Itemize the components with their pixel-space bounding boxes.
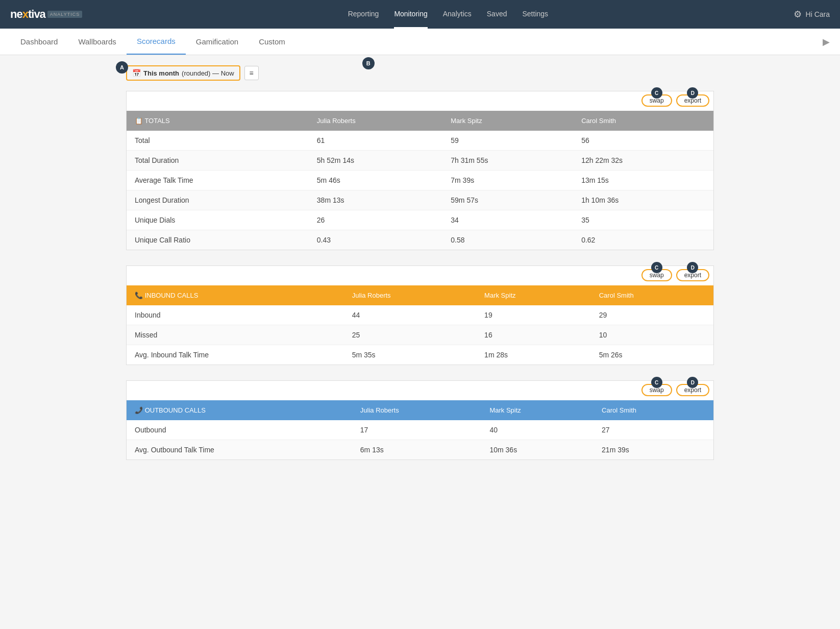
outbound-table: 📞 OUTBOUND CALLS Julia Roberts Mark Spit…	[127, 400, 713, 459]
metric-label: Inbound	[127, 305, 344, 325]
mark-value: 59	[442, 131, 573, 151]
annotation-c-inbound: C	[651, 262, 662, 273]
totals-label-col: 📋 TOTALS	[127, 111, 309, 131]
carol-value: 5m 26s	[591, 345, 713, 365]
totals-title: TOTALS	[144, 117, 169, 125]
outbound-actions: C swap D export	[127, 381, 713, 398]
nav-monitoring[interactable]: Monitoring	[394, 1, 427, 29]
annotation-a: A	[116, 61, 128, 74]
outbound-body: Outbound 17 40 27 Avg. Outbound Talk Tim…	[127, 420, 713, 459]
inbound-table: 📞 INBOUND CALLS Julia Roberts Mark Spitz…	[127, 285, 713, 365]
carol-value: 13m 15s	[573, 171, 713, 190]
julia-value: 26	[309, 210, 442, 230]
totals-table: 📋 TOTALS Julia Roberts Mark Spitz Carol …	[127, 111, 713, 250]
totals-actions: C swap D export	[127, 91, 713, 109]
carol-value: 21m 39s	[594, 440, 713, 460]
outbound-col-julia: Julia Roberts	[352, 400, 482, 420]
annotation-d-totals: D	[687, 87, 698, 99]
inbound-body: Inbound 44 19 29 Missed 25 16 10 Avg. In…	[127, 305, 713, 365]
outbound-col-mark: Mark Spitz	[481, 400, 594, 420]
swap-btn-wrapper: C swap	[641, 94, 672, 107]
metric-label: Total Duration	[127, 151, 309, 171]
nav-reporting[interactable]: Reporting	[348, 1, 379, 29]
date-filter-label: This month	[143, 69, 179, 77]
user-greeting: Hi Cara	[806, 10, 830, 18]
outbound-icon: 📞	[135, 406, 143, 414]
annotation-b: B	[362, 57, 375, 69]
outbound-label-col: 📞 OUTBOUND CALLS	[127, 400, 352, 420]
metric-label: Avg. Inbound Talk Time	[127, 345, 344, 365]
mark-value: 16	[476, 325, 591, 345]
inbound-header-row: 📞 INBOUND CALLS Julia Roberts Mark Spitz…	[127, 285, 713, 305]
gear-icon[interactable]: ⚙	[794, 9, 802, 20]
annotation-d-outbound: D	[687, 377, 698, 388]
table-row: Average Talk Time 5m 46s 7m 39s 13m 15s	[127, 171, 713, 190]
annotation-c-outbound: C	[651, 377, 662, 388]
date-filter[interactable]: 📅 This month (rounded) — Now	[126, 65, 240, 81]
inbound-label-col: 📞 INBOUND CALLS	[127, 285, 344, 305]
julia-value: 44	[344, 305, 476, 325]
julia-value: 17	[352, 420, 482, 440]
calendar-icon: 📅	[132, 69, 141, 77]
tab-gamification[interactable]: Gamification	[186, 29, 249, 54]
inbound-swap-btn-wrapper: C swap	[641, 269, 672, 281]
julia-value: 5m 35s	[344, 345, 476, 365]
totals-body: Total 61 59 56 Total Duration 5h 52m 14s…	[127, 131, 713, 250]
inbound-actions: C swap D export	[127, 266, 713, 283]
metric-label: Avg. Outbound Talk Time	[127, 440, 352, 460]
metric-label: Unique Call Ratio	[127, 230, 309, 250]
mark-value: 19	[476, 305, 591, 325]
filter-icon-button[interactable]: ≡ B	[244, 66, 259, 80]
nav-saved[interactable]: Saved	[487, 1, 507, 29]
carol-value: 1h 10m 36s	[573, 190, 713, 210]
nav-links: Reporting Monitoring Analytics Saved Set…	[103, 1, 793, 29]
metric-label: Missed	[127, 325, 344, 345]
inbound-col-carol: Carol Smith	[591, 285, 713, 305]
inbound-section: C swap D export 📞 INBOUND CALLS Julia Ro…	[126, 265, 714, 365]
logo-area: nextiva ANALYTICS	[10, 8, 82, 21]
julia-value: 0.43	[309, 230, 442, 250]
julia-value: 6m 13s	[352, 440, 482, 460]
carol-value: 12h 22m 32s	[573, 151, 713, 171]
totals-col-mark: Mark Spitz	[442, 111, 573, 131]
table-row: Inbound 44 19 29	[127, 305, 713, 325]
table-row: Avg. Inbound Talk Time 5m 35s 1m 28s 5m …	[127, 345, 713, 365]
nav-analytics[interactable]: Analytics	[443, 1, 472, 29]
outbound-export-btn-wrapper: D export	[676, 384, 709, 396]
totals-icon: 📋	[135, 117, 143, 125]
mark-value: 10m 36s	[481, 440, 594, 460]
tab-scorecards[interactable]: Scorecards	[127, 29, 186, 55]
sub-nav-scroll-arrow[interactable]: ▶	[823, 36, 830, 47]
tab-wallboards[interactable]: Wallboards	[68, 29, 126, 54]
table-row: Unique Call Ratio 0.43 0.58 0.62	[127, 230, 713, 250]
inbound-title: INBOUND CALLS	[145, 292, 199, 299]
metric-label: Average Talk Time	[127, 171, 309, 190]
inbound-col-julia: Julia Roberts	[344, 285, 476, 305]
metric-label: Total	[127, 131, 309, 151]
outbound-col-carol: Carol Smith	[594, 400, 713, 420]
annotation-c-totals: C	[651, 87, 662, 99]
outbound-header-row: 📞 OUTBOUND CALLS Julia Roberts Mark Spit…	[127, 400, 713, 420]
totals-col-julia: Julia Roberts	[309, 111, 442, 131]
inbound-export-btn-wrapper: D export	[676, 269, 709, 281]
outbound-section: C swap D export 📞 OUTBOUND CALLS Julia R…	[126, 380, 714, 460]
outbound-title: OUTBOUND CALLS	[145, 406, 206, 414]
mark-value: 7m 39s	[442, 171, 573, 190]
table-row: Total 61 59 56	[127, 131, 713, 151]
mark-value: 59m 57s	[442, 190, 573, 210]
sub-nav: Dashboard Wallboards Scorecards Gamifica…	[0, 29, 840, 55]
julia-value: 38m 13s	[309, 190, 442, 210]
tab-dashboard[interactable]: Dashboard	[10, 29, 68, 54]
julia-value: 5m 46s	[309, 171, 442, 190]
mark-value: 40	[481, 420, 594, 440]
julia-value: 61	[309, 131, 442, 151]
table-row: Total Duration 5h 52m 14s 7h 31m 55s 12h…	[127, 151, 713, 171]
analytics-badge: ANALYTICS	[47, 11, 82, 18]
carol-value: 0.62	[573, 230, 713, 250]
table-row: Missed 25 16 10	[127, 325, 713, 345]
carol-value: 29	[591, 305, 713, 325]
tab-custom[interactable]: Custom	[249, 29, 295, 54]
carol-value: 10	[591, 325, 713, 345]
mark-value: 7h 31m 55s	[442, 151, 573, 171]
nav-settings[interactable]: Settings	[522, 1, 548, 29]
